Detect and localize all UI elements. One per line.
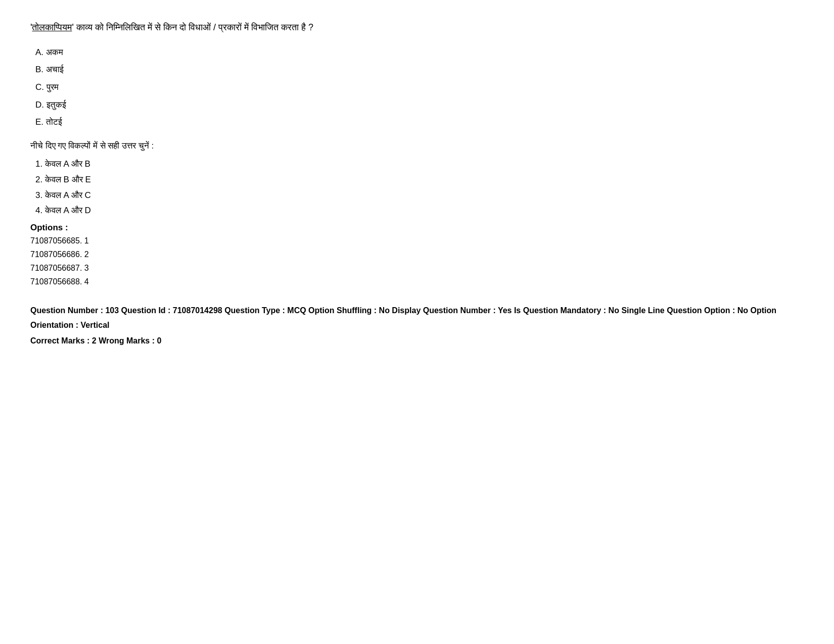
option-d: D. इतुकई [30, 97, 804, 113]
option-code-3: 71087056687. 3 [30, 261, 804, 275]
metadata-line1: Question Number : 103 Question Id : 7108… [30, 304, 804, 333]
options-label: Options : [30, 223, 804, 233]
options-section: Options : 71087056685. 1 71087056686. 2 … [30, 223, 804, 289]
option-code-4: 71087056688. 4 [30, 275, 804, 288]
option-c: C. पुरम [30, 80, 804, 95]
sub-question-text: नीचे दिए गए विकल्पों में से सही उत्तर चु… [30, 138, 804, 154]
metadata-line2: Correct Marks : 2 Wrong Marks : 0 [30, 334, 804, 349]
numbered-option-2: 2. केवल B और E [35, 172, 804, 188]
numbered-options-list: 1. केवल A और B 2. केवल B और E 3. केवल A … [30, 157, 804, 218]
option-a: A. अकम [30, 45, 804, 61]
option-code-1: 71087056685. 1 [30, 234, 804, 247]
option-b: B. अचाई [30, 62, 804, 78]
option-code-2: 71087056686. 2 [30, 247, 804, 261]
question-container: 'तोलकाप्पियम' काव्य को निम्निलिखित में स… [30, 20, 804, 349]
numbered-option-1: 1. केवल A और B [35, 157, 804, 172]
question-text: 'तोलकाप्पियम' काव्य को निम्निलिखित में स… [30, 20, 804, 35]
numbered-option-4: 4. केवल A और D [35, 203, 804, 219]
metadata-section: Question Number : 103 Question Id : 7108… [30, 304, 804, 348]
option-e: E. तोटई [30, 115, 804, 130]
numbered-option-3: 3. केवल A और C [35, 188, 804, 204]
question-underlined-word: तोलकाप्पियम [32, 22, 72, 32]
